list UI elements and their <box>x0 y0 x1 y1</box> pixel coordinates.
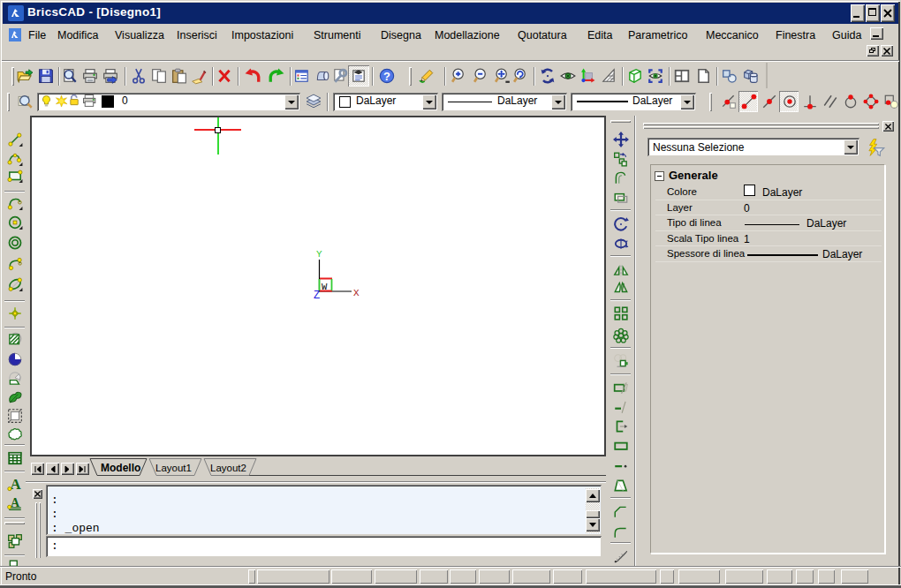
svg-text:X: X <box>353 288 360 298</box>
svg-text:A: A <box>10 476 21 493</box>
svg-text:Layout1: Layout1 <box>155 463 192 473</box>
svg-text:Y: Y <box>316 249 322 260</box>
svg-text:W: W <box>322 282 328 292</box>
svg-text:Layout2: Layout2 <box>210 463 246 473</box>
svg-text:Z: Z <box>314 290 320 302</box>
svg-text:?: ? <box>383 70 390 83</box>
svg-text:Modello: Modello <box>101 462 140 474</box>
